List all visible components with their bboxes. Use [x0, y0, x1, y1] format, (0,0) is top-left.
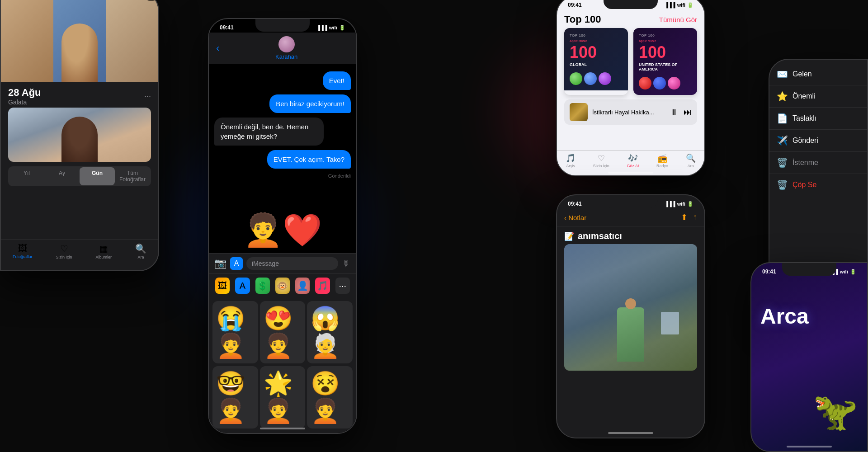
search-music-label: Ara — [688, 164, 694, 168]
tab-for-you[interactable]: ♡ Sizin İçin — [56, 243, 72, 259]
memoji-cell-3[interactable]: 😱🧑‍🦳 — [307, 301, 353, 363]
message-timestamp: Gönderildi — [214, 173, 351, 179]
mic-icon[interactable]: 🎙 — [342, 259, 351, 269]
memoji-cell-1[interactable]: 😭🧑‍🦱 — [212, 301, 258, 363]
music-status-time: 09:41 — [568, 2, 582, 8]
photos-location: Galata — [8, 99, 41, 106]
seg-year[interactable]: Yıl — [9, 167, 44, 185]
photos-portrait — [8, 108, 151, 162]
music-home-bar — [608, 172, 653, 174]
status-time: 09:41 — [220, 24, 234, 31]
tab-albums-label: Albümler — [96, 255, 112, 259]
tab-search-label: Ara — [137, 255, 144, 259]
phone-music: 09:41 ▐▐▐ wifi 🔋 Top 100 Tümünü Gör TOP … — [556, 0, 705, 176]
wifi-icon: wifi — [329, 25, 337, 30]
photos-more-dots[interactable]: ··· — [144, 92, 151, 101]
bubble-received-1: Önemli değil, ben de. Hemen yemeğe mi gi… — [214, 118, 324, 146]
notes-share-icon[interactable]: ↑ — [693, 212, 697, 222]
memoji-cell-2[interactable]: 😍🧑‍🦱 — [260, 301, 306, 363]
orb-blue2 — [653, 77, 666, 89]
music-tab-search[interactable]: 🔍 Ara — [686, 153, 696, 168]
notes-back-button[interactable]: ‹ Notlar — [564, 214, 586, 221]
top100-usa-card[interactable]: TOP 100 Apple Music 100 UNITED STATES OF… — [633, 28, 697, 95]
share-icon[interactable]: ⬆ — [681, 212, 688, 222]
contact-avatar[interactable] — [278, 36, 295, 52]
memoji-area: 🧑‍🦱❤️ — [209, 207, 356, 253]
pause-button[interactable]: ⏸ — [670, 108, 678, 117]
message-header: ‹ Karahan — [209, 33, 356, 64]
global-orbs — [570, 72, 623, 85]
notes-image — [564, 244, 697, 371]
memoji-cell-6[interactable]: 😵🧑‍🦱 — [307, 366, 353, 428]
camera-icon[interactable]: 📷 — [214, 258, 226, 269]
seg-all[interactable]: Tüm Fotoğraflar — [115, 167, 150, 185]
notes-back-label: Notlar — [568, 214, 586, 221]
inbox-icon: ✉️ — [777, 69, 788, 80]
top100-cards: TOP 100 Apple Music 100 GLOBAL TOP 100 A… — [557, 28, 704, 95]
music-tab-browse[interactable]: 🎶 Göz At — [627, 153, 639, 168]
mail-item-drafts[interactable]: 📄 Taslaklı — [769, 108, 867, 130]
mail-item-junk[interactable]: 🗑️ İstenme — [769, 152, 867, 174]
mail-item-inbox[interactable]: ✉️ Gelen — [769, 63, 867, 85]
mail-item-important[interactable]: ⭐ Önemli — [769, 85, 867, 108]
contact-name[interactable]: Karahan — [275, 53, 297, 60]
tab-search[interactable]: 🔍 Ara — [135, 243, 146, 259]
notes-wifi: wifi — [677, 201, 685, 207]
top100-global-card[interactable]: TOP 100 Apple Music 100 GLOBAL — [564, 28, 628, 95]
photos-date: 28 Ağu — [8, 87, 41, 99]
phone-notch — [255, 19, 310, 32]
photos-icon: 🖼 — [18, 243, 27, 254]
music-phone-notch — [604, 0, 658, 9]
foryou-music-label: Sizin İçin — [593, 164, 609, 168]
notes-doc-icon: 📝 — [564, 231, 574, 241]
memoji-big-emoji: 🧑‍🦱❤️ — [243, 212, 322, 249]
signal-icon: ▐▐▐ — [316, 25, 327, 30]
music-strip-icon[interactable]: 🎵 — [315, 278, 330, 294]
sent-label: Gönderi — [793, 137, 818, 145]
arcade-title: Arca — [751, 277, 867, 333]
notes-notch — [604, 195, 658, 208]
collage-cell-3: +7 — [106, 0, 158, 82]
music-section-header: Top 100 Tümünü Gör — [557, 10, 704, 28]
more-strip-icon[interactable]: ··· — [335, 278, 350, 294]
back-button[interactable]: ‹ — [216, 42, 219, 54]
cash-icon[interactable]: 💲 — [255, 278, 270, 294]
message-area: Evet! Ben biraz gecikiyorum! Önemli deği… — [209, 64, 356, 207]
avatar-icon[interactable]: 👤 — [295, 278, 310, 294]
orb-purple — [599, 72, 611, 85]
bubble-sent-2: Ben biraz gecikiyorum! — [269, 94, 351, 113]
music-tab-archive[interactable]: 🎵 Arşiv — [566, 153, 576, 168]
appstore-strip-icon[interactable]: A — [235, 278, 250, 294]
appstore-icon[interactable]: A — [230, 257, 243, 270]
foryou-music-icon: ♡ — [598, 153, 605, 163]
usa-orbs — [639, 77, 692, 89]
mail-item-sent[interactable]: ✈️ Gönderi — [769, 130, 867, 152]
music-tab-radio[interactable]: 📻 Radyo — [656, 153, 668, 168]
photos-app-icon[interactable]: 🖼 — [215, 278, 230, 294]
mail-item-trash[interactable]: 🗑️ Çöp Se — [769, 174, 867, 196]
figure-head — [625, 298, 636, 309]
skip-button[interactable]: ⏭ — [684, 108, 692, 117]
trash-label: Çöp Se — [793, 181, 816, 189]
imessage-text-field[interactable]: iMessage — [246, 257, 338, 270]
see-all-link[interactable]: Tümünü Gör — [659, 16, 697, 24]
photos-segmented-control[interactable]: Yıl Ay Gün Tüm Fotoğraflar — [8, 166, 151, 186]
trash-icon: 🗑️ — [777, 179, 788, 190]
music-signal: ▐▐▐ — [665, 2, 675, 8]
memoji-cell-5[interactable]: 🌟🧑‍🦱 — [260, 366, 306, 428]
usa-label: UNITED STATES OF AMERICA — [639, 62, 692, 71]
memoji-cell-4[interactable]: 🤓🧑‍🦱 — [212, 366, 258, 428]
seg-day[interactable]: Gün — [80, 167, 115, 185]
bubble-sent-3: EVET. Çok açım. Tako? — [267, 150, 351, 169]
collage-cell-2 — [53, 0, 106, 82]
home-bar — [260, 428, 305, 429]
tab-albums[interactable]: ▦ Albümler — [96, 243, 112, 259]
tab-photos[interactable]: 🖼 Fotoğraflar — [13, 243, 33, 259]
junk-icon: 🗑️ — [777, 157, 788, 168]
music-tab-foryou[interactable]: ♡ Sizin İçin — [593, 153, 609, 168]
orb-blue — [584, 72, 597, 85]
memoji-icon[interactable]: 🐵 — [275, 278, 290, 294]
seg-month[interactable]: Ay — [44, 167, 80, 185]
mail-list: ✉️ Gelen ⭐ Önemli 📄 Taslaklı ✈️ Gönderi … — [769, 60, 867, 200]
app-strip: 🖼 A 💲 🐵 👤 🎵 ··· — [209, 273, 356, 297]
